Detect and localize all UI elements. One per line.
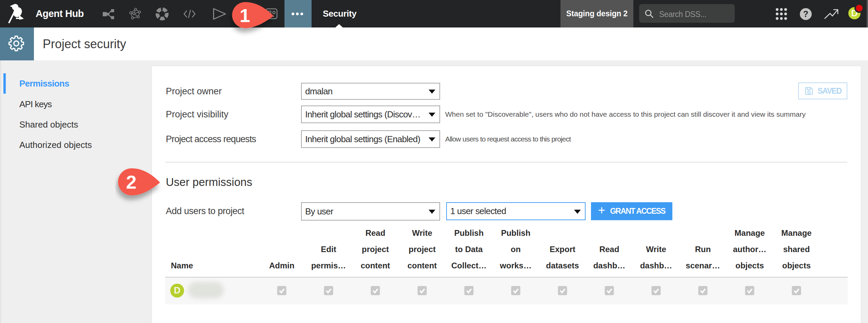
svg-text:1: 1 — [239, 5, 250, 26]
svg-text:2: 2 — [126, 171, 136, 193]
